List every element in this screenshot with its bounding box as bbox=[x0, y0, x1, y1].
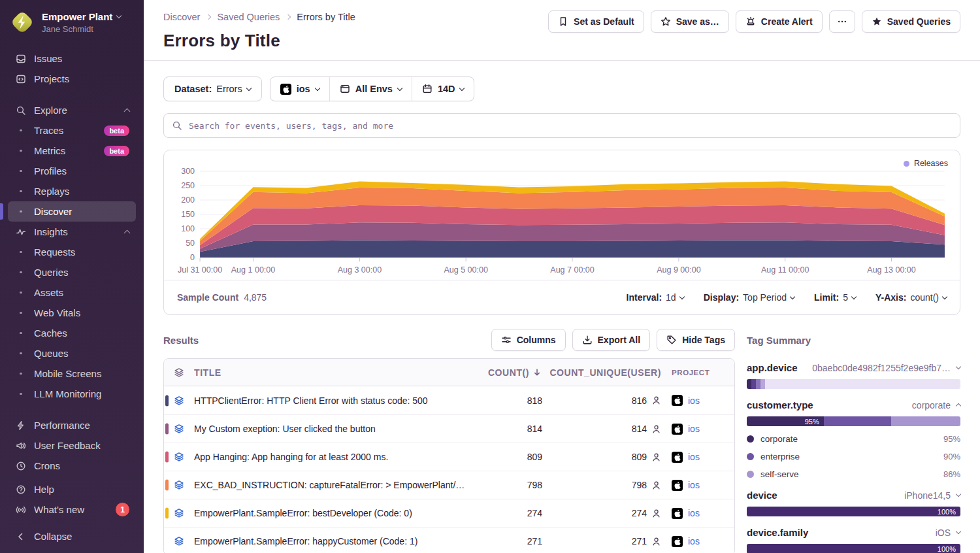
project-link[interactable]: ios bbox=[688, 395, 700, 406]
search-input[interactable] bbox=[163, 113, 960, 138]
table-row[interactable]: EmpowerPlant.SampleError: happyCustomer … bbox=[164, 527, 734, 553]
bullet-icon bbox=[14, 393, 27, 395]
table-row[interactable]: App Hanging: App hanging for at least 20… bbox=[164, 443, 734, 471]
sidebar-item-requests[interactable]: Requests bbox=[8, 242, 136, 262]
sidebar-item-insights[interactable]: Insights bbox=[8, 222, 136, 242]
tag-section-header[interactable]: deviceiPhone14,5 bbox=[747, 490, 960, 501]
sidebar-item-caches[interactable]: Caches bbox=[8, 323, 136, 343]
error-title[interactable]: App Hanging: App hanging for at least 20… bbox=[194, 452, 477, 462]
bookmark-icon bbox=[558, 16, 568, 27]
sidebar-item-help[interactable]: Help bbox=[8, 479, 136, 499]
project-link[interactable]: ios bbox=[688, 424, 700, 434]
breadcrumb-discover[interactable]: Discover bbox=[163, 12, 200, 22]
sidebar-item-crons[interactable]: Crons bbox=[8, 456, 136, 476]
column-count-unique[interactable]: COUNT_UNIQUE(USER) bbox=[542, 367, 666, 378]
project-link[interactable]: ios bbox=[688, 452, 700, 462]
stacked-area-chart[interactable]: 050100150200250300Jul 31 00:00Aug 1 00:0… bbox=[164, 150, 960, 280]
y-axis-selector[interactable]: Y-Axis:count() bbox=[875, 292, 947, 303]
column-title[interactable]: TITLE bbox=[194, 367, 477, 378]
sidebar-item-explore[interactable]: Explore bbox=[8, 100, 136, 120]
chart-footer: Sample Count4,875 Interval:1d Display:To… bbox=[164, 280, 960, 314]
sidebar-collapse[interactable]: Collapse bbox=[8, 526, 136, 546]
star-filled-icon bbox=[872, 16, 882, 27]
sidebar-item-queries[interactable]: Queries bbox=[8, 262, 136, 282]
saved-queries-button[interactable]: Saved Queries bbox=[862, 10, 960, 33]
breadcrumb-saved-queries[interactable]: Saved Queries bbox=[217, 12, 280, 22]
display-selector[interactable]: Display:Top Period bbox=[704, 292, 794, 303]
more-options-button[interactable] bbox=[829, 10, 855, 33]
svg-text:Aug 9 00:00: Aug 9 00:00 bbox=[657, 265, 701, 275]
project-link[interactable]: ios bbox=[688, 536, 700, 546]
export-all-button[interactable]: Export All bbox=[572, 329, 651, 351]
tag-legend-row[interactable]: corporate95% bbox=[747, 434, 960, 444]
sidebar-item-traces[interactable]: Tracesbeta bbox=[8, 120, 136, 141]
sidebar-item-what-s-new[interactable]: What's new1 bbox=[8, 499, 136, 520]
count-value: 271 bbox=[477, 536, 542, 546]
sidebar-item-queues[interactable]: Queues bbox=[8, 343, 136, 363]
tag-section-header[interactable]: app.device0baebc0de4982f1255f2e9e9fb7… bbox=[747, 362, 960, 373]
count-unique-value: 816 bbox=[542, 395, 666, 406]
sidebar-item-assets[interactable]: Assets bbox=[8, 282, 136, 303]
tag-legend-row[interactable]: enterprise90% bbox=[747, 452, 960, 461]
sidebar-item-web-vitals[interactable]: Web Vitals bbox=[8, 303, 136, 323]
tag-distribution-bar[interactable]: 95% bbox=[747, 416, 960, 426]
chevron-up-icon bbox=[956, 403, 961, 409]
sidebar-item-profiles[interactable]: Profiles bbox=[8, 161, 136, 181]
hide-tags-button[interactable]: Hide Tags bbox=[657, 329, 735, 351]
error-title[interactable]: EXC_BAD_INSTRUCTION: captureFatalError: … bbox=[194, 480, 477, 490]
tag-legend-row[interactable]: self-serve86% bbox=[747, 469, 960, 479]
project-filter[interactable]: ios bbox=[270, 77, 329, 101]
tag-section-header[interactable]: customer.typecorporate bbox=[747, 399, 960, 411]
dataset-selector[interactable]: Dataset: Errors bbox=[163, 76, 262, 101]
environment-filter[interactable]: All Envs bbox=[329, 77, 412, 101]
error-title[interactable]: EmpowerPlant.SampleError: happyCustomer … bbox=[194, 536, 477, 546]
beta-badge: beta bbox=[104, 126, 129, 136]
project-link[interactable]: ios bbox=[688, 480, 700, 490]
sidebar-item-replays[interactable]: Replays bbox=[8, 181, 136, 201]
error-title[interactable]: My Custom exeption: User clicked the but… bbox=[194, 424, 477, 434]
column-project[interactable]: PROJECT bbox=[666, 369, 734, 377]
sidebar-item-mobile-screens[interactable]: Mobile Screens bbox=[8, 363, 136, 384]
sidebar-item-metrics[interactable]: Metricsbeta bbox=[8, 141, 136, 161]
table-row[interactable]: My Custom exeption: User clicked the but… bbox=[164, 414, 734, 443]
project-link[interactable]: ios bbox=[688, 508, 700, 518]
error-title[interactable]: EmpowerPlant.SampleError: bestDeveloper … bbox=[194, 508, 477, 518]
sidebar-item-performance[interactable]: Performance bbox=[8, 415, 136, 435]
svg-text:Aug 5 00:00: Aug 5 00:00 bbox=[444, 265, 488, 275]
sidebar-item-llm-monitoring[interactable]: LLM Monitoring bbox=[8, 384, 136, 404]
download-icon bbox=[582, 335, 593, 345]
columns-button[interactable]: Columns bbox=[491, 329, 566, 351]
tag-key: device bbox=[747, 490, 777, 501]
save-as-button[interactable]: Save as… bbox=[651, 10, 729, 33]
limit-selector[interactable]: Limit:5 bbox=[814, 292, 856, 303]
stack-icon bbox=[174, 424, 184, 434]
sidebar-item-issues[interactable]: Issues bbox=[8, 48, 136, 69]
sidebar-item-user-feedback[interactable]: User Feedback bbox=[8, 435, 136, 456]
chart-legend[interactable]: Releases bbox=[904, 159, 948, 168]
apple-icon bbox=[280, 84, 291, 95]
chevron-down-icon bbox=[397, 85, 402, 90]
org-switcher[interactable]: Empower Plant Jane Schmidt bbox=[0, 5, 144, 39]
legend-dot-icon bbox=[747, 435, 754, 443]
tag-distribution-bar[interactable]: 100% bbox=[747, 544, 960, 553]
set-as-default-button[interactable]: Set as Default bbox=[548, 10, 644, 33]
create-alert-button[interactable]: Create Alert bbox=[736, 10, 823, 33]
sidebar-item-discover[interactable]: Discover bbox=[8, 201, 136, 222]
tag-top-value: corporate bbox=[912, 400, 951, 411]
series-color-bar bbox=[165, 395, 169, 406]
tag-distribution-bar[interactable] bbox=[747, 379, 960, 389]
tag-section-header[interactable]: device.familyiOS bbox=[747, 527, 960, 538]
sidebar-item-projects[interactable]: Projects bbox=[8, 69, 136, 89]
tag-section-customer-type: customer.typecorporate95%corporate95%ent… bbox=[747, 399, 960, 479]
table-row[interactable]: HTTPClientError: HTTP Client Error with … bbox=[164, 386, 734, 414]
table-row[interactable]: EXC_BAD_INSTRUCTION: captureFatalError: … bbox=[164, 471, 734, 499]
tag-distribution-bar[interactable]: 100% bbox=[747, 507, 960, 516]
column-count[interactable]: COUNT() bbox=[477, 367, 542, 378]
table-row[interactable]: EmpowerPlant.SampleError: bestDeveloper … bbox=[164, 499, 734, 527]
date-range-filter[interactable]: 14D bbox=[412, 77, 474, 101]
chevron-right-icon bbox=[206, 14, 211, 20]
tag-section-device-family: device.familyiOS100% bbox=[747, 527, 960, 553]
error-title[interactable]: HTTPClientError: HTTP Client Error with … bbox=[194, 395, 477, 406]
interval-selector[interactable]: Interval:1d bbox=[627, 292, 684, 303]
chevron-up-icon bbox=[125, 107, 129, 114]
